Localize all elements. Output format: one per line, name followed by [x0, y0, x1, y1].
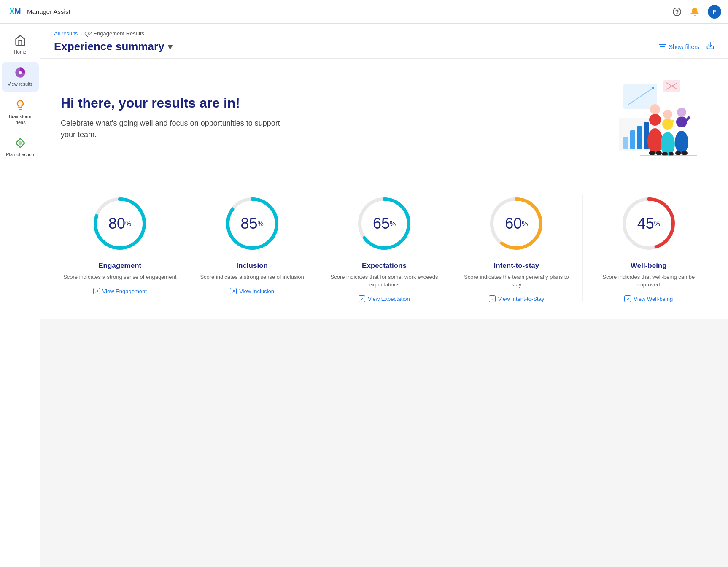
main-layout: Home View results Brainstorm ideas	[0, 24, 728, 319]
circle-label-engagement: 80%	[108, 215, 131, 232]
hero-section: Hi there, your results are in! Celebrate…	[40, 59, 728, 177]
circle-value-engagement: 80	[108, 215, 125, 232]
svg-point-23	[677, 108, 686, 117]
circle-percent-expectations: %	[390, 220, 396, 227]
page-title-row: Experience summary ▾ Show filters	[54, 40, 715, 53]
circle-value-expectations: 65	[373, 215, 390, 232]
svg-point-6	[652, 87, 654, 89]
metric-name-inclusion: Inclusion	[236, 262, 268, 270]
metric-card-expectations: 65% Expectations Score indicates that fo…	[318, 194, 450, 302]
sidebar-item-view-results[interactable]: View results	[2, 62, 39, 91]
metric-link-label-engagement: View Engagement	[102, 288, 147, 294]
circle-label-intent-to-stay: 60%	[505, 215, 528, 232]
notifications-button[interactable]	[690, 7, 699, 16]
metric-card-well-being: 45% Well-being Score indicates that well…	[582, 194, 715, 302]
show-filters-button[interactable]: Show filters	[659, 43, 699, 50]
breadcrumb-separator: ›	[80, 31, 82, 37]
metric-card-inclusion: 85% Inclusion Score indicates a strong s…	[186, 194, 318, 302]
circle-progress-engagement: 80%	[90, 194, 149, 253]
sidebar: Home View results Brainstorm ideas	[0, 24, 40, 319]
page-title-chevron-icon[interactable]: ▾	[168, 42, 172, 52]
breadcrumb: All results › Q2 Engagement Results	[54, 30, 715, 37]
circle-progress-inclusion: 85%	[223, 194, 282, 253]
lightbulb-icon	[14, 99, 26, 111]
hero-illustration	[615, 76, 708, 160]
circle-label-inclusion: 85%	[240, 215, 263, 232]
svg-rect-12	[630, 130, 635, 149]
metric-name-expectations: Expectations	[362, 262, 407, 270]
page-title: Experience summary ▾	[54, 40, 172, 53]
metric-card-engagement: 80% Engagement Score indicates a strong …	[54, 194, 186, 302]
sidebar-item-plan[interactable]: Plan of action	[2, 133, 39, 162]
svg-point-30	[675, 151, 681, 155]
external-link-icon-inclusion: ↗	[230, 288, 237, 294]
circle-label-well-being: 45%	[637, 215, 660, 232]
metric-description-intent-to-stay: Score indicates the team generally plans…	[459, 273, 574, 289]
sidebar-label-home: Home	[14, 49, 26, 55]
download-button[interactable]	[706, 41, 715, 52]
svg-point-16	[647, 128, 663, 154]
home-icon	[14, 35, 26, 46]
logo-x: X	[9, 7, 14, 16]
svg-point-22	[675, 131, 688, 154]
circle-percent-inclusion: %	[258, 220, 264, 227]
external-link-icon-well-being: ↗	[624, 295, 631, 302]
metric-link-engagement[interactable]: ↗ View Engagement	[93, 288, 147, 294]
metric-description-expectations: Score indicates that for some, work exce…	[327, 273, 442, 289]
metric-description-well-being: Score indicates that well-being can be i…	[591, 273, 706, 289]
header-actions: Show filters	[659, 41, 715, 52]
external-link-icon-engagement: ↗	[93, 288, 100, 294]
circle-value-inclusion: 85	[240, 215, 257, 232]
app-title: Manager Assist	[27, 8, 70, 15]
svg-rect-13	[637, 126, 642, 149]
sidebar-label-view-results: View results	[8, 81, 32, 87]
circle-label-expectations: 65%	[373, 215, 396, 232]
hero-text: Hi there, your results are in! Celebrate…	[61, 95, 280, 140]
external-link-icon-intent-to-stay: ↗	[489, 295, 496, 302]
svg-point-17	[650, 104, 660, 114]
metrics-section: 80% Engagement Score indicates a strong …	[40, 177, 728, 319]
metric-description-engagement: Score indicates a strong sense of engage…	[63, 273, 176, 281]
circle-percent-well-being: %	[654, 220, 660, 227]
metric-link-expectations[interactable]: ↗ View Expectation	[359, 295, 410, 302]
filter-icon	[659, 44, 666, 50]
metric-name-intent-to-stay: Intent-to-stay	[494, 262, 539, 270]
metric-link-label-inclusion: View Inclusion	[239, 288, 274, 294]
circle-value-intent-to-stay: 60	[505, 215, 522, 232]
logo: XM Manager Assist	[7, 5, 70, 19]
circle-progress-well-being: 45%	[619, 194, 678, 253]
main-content: All results › Q2 Engagement Results Expe…	[40, 24, 728, 319]
hero-title: Hi there, your results are in!	[61, 95, 280, 111]
user-avatar[interactable]: F	[708, 5, 721, 19]
circle-progress-intent-to-stay: 60%	[487, 194, 546, 253]
sidebar-item-home[interactable]: Home	[2, 30, 39, 59]
metric-link-label-well-being: View Well-being	[634, 296, 673, 302]
sidebar-label-brainstorm: Brainstorm ideas	[4, 113, 36, 126]
metric-card-intent-to-stay: 60% Intent-to-stay Score indicates the t…	[450, 194, 582, 302]
svg-point-20	[663, 110, 672, 119]
page-header: All results › Q2 Engagement Results Expe…	[40, 24, 728, 59]
svg-point-15	[649, 114, 661, 126]
metric-link-label-expectations: View Expectation	[368, 296, 410, 302]
top-navigation: XM Manager Assist F	[0, 0, 728, 24]
pie-chart-icon	[14, 67, 26, 78]
xm-logo: XM	[7, 5, 24, 19]
external-link-icon-expectations: ↗	[359, 295, 365, 302]
circle-progress-expectations: 65%	[355, 194, 414, 253]
metric-link-inclusion[interactable]: ↗ View Inclusion	[230, 288, 274, 294]
circle-percent-engagement: %	[125, 220, 131, 227]
metric-link-well-being[interactable]: ↗ View Well-being	[624, 295, 673, 302]
circle-value-well-being: 45	[637, 215, 654, 232]
topnav-right: F	[672, 5, 721, 19]
help-button[interactable]	[672, 7, 682, 16]
svg-point-19	[661, 132, 675, 156]
metric-link-intent-to-stay[interactable]: ↗ View Intent-to-Stay	[489, 295, 545, 302]
breadcrumb-link[interactable]: All results	[54, 30, 78, 37]
svg-point-31	[682, 151, 688, 155]
sidebar-label-plan: Plan of action	[6, 151, 34, 157]
sidebar-item-brainstorm[interactable]: Brainstorm ideas	[2, 95, 39, 130]
metric-name-engagement: Engagement	[98, 262, 141, 270]
svg-rect-11	[623, 137, 628, 149]
metric-name-well-being: Well-being	[631, 262, 667, 270]
hero-subtitle: Celebrate what's going well and focus on…	[61, 118, 280, 140]
